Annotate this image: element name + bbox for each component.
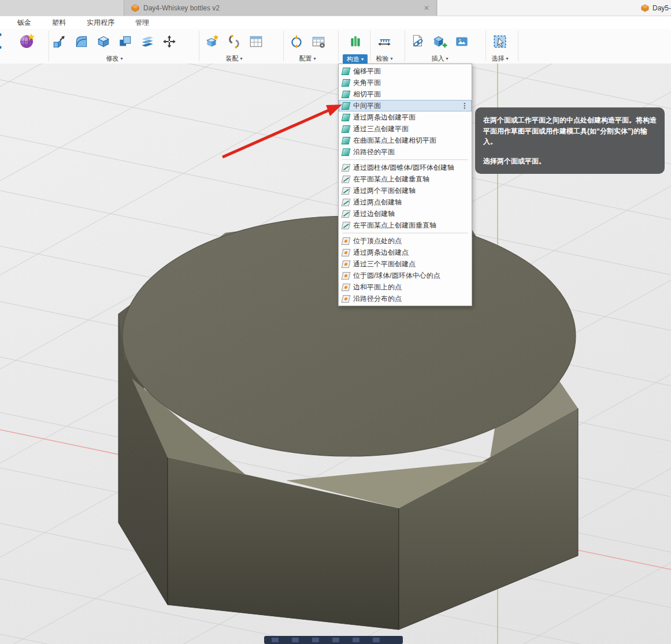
- combine-icon[interactable]: [117, 32, 134, 51]
- chevron-down-icon: ▾: [446, 56, 448, 61]
- menu-item-point-three-planes[interactable]: 通过三个平面创建点: [339, 258, 472, 270]
- menu-item-label: 在平面某点上创建面垂直轴: [353, 221, 436, 230]
- menu-item-label: 相切平面: [353, 90, 381, 99]
- insert-derive-icon[interactable]: [409, 32, 427, 51]
- close-tab-icon[interactable]: ✕: [424, 4, 429, 12]
- offset-plane-icon: [342, 68, 351, 75]
- menu-separator: [342, 233, 468, 233]
- axis-two-planes-icon: [342, 187, 351, 195]
- new-component-icon[interactable]: [203, 32, 221, 51]
- tooltip-instruction: 选择两个面或平面。: [483, 156, 657, 167]
- point-along-path-icon: [342, 295, 351, 303]
- toolbar-dropdown-assemble[interactable]: 装配▾: [225, 54, 242, 63]
- axis-edge-icon: [342, 210, 351, 218]
- point-three-planes-icon: [342, 260, 351, 268]
- chevron-down-icon: ▾: [313, 56, 316, 61]
- menu-item-label: 通过两点创建轴: [353, 198, 402, 207]
- menu-item-offset-plane[interactable]: 偏移平面: [339, 65, 472, 77]
- toolbar-group-construct: 构造▾: [343, 31, 368, 64]
- tab-active-document[interactable]: Day4-Whiskey bottles v2 ✕: [124, 0, 437, 16]
- active-tab-title: Day4-Whiskey bottles v2: [143, 4, 220, 12]
- menu-item-axis-cylinder[interactable]: 通过圆柱体/圆锥体/圆环体创建轴: [339, 162, 472, 173]
- configuration-table-icon[interactable]: [310, 32, 327, 51]
- menu-item-axis-perp-at-point[interactable]: 在平面某点上创建垂直轴: [339, 173, 472, 185]
- more-options-icon[interactable]: ⋮: [461, 102, 468, 110]
- menu-item-tangent-plane[interactable]: 相切平面: [339, 88, 472, 100]
- ribbon-tab-bar: 钣金 塑料 实用程序 管理: [0, 16, 671, 29]
- menu-separator: [342, 159, 468, 160]
- fillet-icon[interactable]: [73, 32, 90, 51]
- insert-mesh-icon[interactable]: [431, 32, 448, 51]
- toolbar-separator: [370, 31, 370, 61]
- shell-icon[interactable]: [95, 32, 112, 51]
- press-pull-icon[interactable]: [51, 32, 68, 51]
- canvas-image-icon[interactable]: [453, 32, 470, 51]
- toolbar-dropdown-construct[interactable]: 构造▾: [343, 54, 368, 64]
- menu-item-plane-three-points[interactable]: 通过三点创建平面: [339, 123, 472, 135]
- ribbon-tab-utilities[interactable]: 实用程序: [87, 18, 114, 28]
- menu-item-axis-two-planes[interactable]: 通过两个平面创建轴: [339, 185, 472, 196]
- toolbar-dropdown-select[interactable]: 选择▾: [491, 54, 508, 63]
- tangent-plane-at-point-icon: [342, 137, 351, 144]
- menu-item-tangent-plane-at-point[interactable]: 在曲面某点上创建相切平面: [339, 135, 472, 146]
- configure-icon[interactable]: [288, 32, 305, 51]
- construct-plane-icon[interactable]: [347, 32, 364, 51]
- toolbar-dropdown-inspect[interactable]: 检验▾: [376, 54, 392, 63]
- select-cursor-icon[interactable]: [491, 32, 509, 51]
- toolbar-separator: [405, 31, 405, 61]
- cropped-tool-icon[interactable]: [0, 32, 10, 50]
- form-sphere-icon[interactable]: [18, 32, 36, 50]
- menu-item-point-center[interactable]: 位于圆/球体/圆环体中心的点: [339, 270, 472, 281]
- tooltip-description: 在两个面或工作平面之间的中点处创建构造平面。将构造平面用作草图平面或用作建模工具…: [483, 115, 657, 147]
- menu-item-point-edge-plane[interactable]: 边和平面上的点: [339, 281, 472, 293]
- menu-item-label: 偏移平面: [353, 66, 381, 76]
- menu-item-plane-two-edges[interactable]: 通过两条边创建平面: [339, 111, 472, 123]
- menu-item-plane-at-angle[interactable]: 夹角平面: [339, 77, 472, 88]
- document-icon: [131, 4, 139, 12]
- tab-next-document[interactable]: Day5-: [438, 0, 671, 16]
- toolbar-dropdown-modify[interactable]: 修改▾: [106, 54, 123, 63]
- navigation-bar[interactable]: [264, 636, 403, 644]
- axis-two-points-icon: [342, 199, 351, 206]
- ribbon-tab-plastic[interactable]: 塑料: [52, 18, 66, 28]
- point-vertex-icon: [342, 237, 351, 245]
- menu-item-label: 通过边创建轴: [353, 209, 395, 219]
- menu-item-axis-two-points[interactable]: 通过两点创建轴: [339, 196, 472, 208]
- bom-table-icon[interactable]: [247, 32, 265, 51]
- joint-icon[interactable]: [225, 32, 243, 51]
- document-tabbar: Day4-Whiskey bottles v2 ✕ Day5-: [0, 0, 671, 17]
- menu-item-plane-along-path[interactable]: 沿路径的平面: [339, 146, 472, 158]
- plane-at-angle-icon: [342, 79, 351, 87]
- ribbon-tab-sheetmetal[interactable]: 钣金: [17, 18, 31, 28]
- menu-item-label: 在平面某点上创建垂直轴: [353, 174, 429, 184]
- next-tab-title: Day5-: [653, 4, 671, 12]
- menu-item-label: 沿路径的平面: [353, 147, 395, 157]
- move-icon[interactable]: [161, 32, 178, 51]
- menu-item-axis-face-normal[interactable]: 在平面某点上创建面垂直轴: [339, 219, 472, 231]
- axis-perp-at-point-icon: [342, 176, 351, 183]
- ribbon-tab-manage[interactable]: 管理: [135, 18, 149, 28]
- menu-item-axis-edge[interactable]: 通过边创建轴: [339, 208, 472, 219]
- toolbar-dropdown-insert[interactable]: 插入▾: [431, 54, 448, 63]
- toolbar-group-inspect: 检验▾: [376, 31, 393, 63]
- plane-two-edges-icon: [342, 114, 351, 121]
- menu-item-point-vertex[interactable]: 位于顶点处的点: [339, 235, 472, 247]
- toolbar-separator: [485, 31, 486, 61]
- menu-item-label: 通过圆柱体/圆锥体/圆环体创建轴: [353, 163, 454, 173]
- menu-item-label: 夹角平面: [353, 78, 381, 88]
- toolbar-group-select: 选择▾: [491, 31, 509, 63]
- menu-item-point-along-path[interactable]: 沿路径分布的点: [339, 293, 472, 304]
- measure-icon[interactable]: [376, 32, 393, 51]
- point-edge-plane-icon: [342, 284, 351, 291]
- chevron-down-icon: ▾: [390, 56, 392, 61]
- toolbar-dropdown-configure[interactable]: 配置▾: [299, 54, 316, 63]
- menu-item-label: 通过两条边创建平面: [353, 113, 416, 122]
- menu-item-point-two-edges[interactable]: 通过两条边创建点: [339, 247, 472, 258]
- menu-item-midplane[interactable]: 中间平面⋮: [339, 100, 472, 111]
- toolbar-separator: [338, 31, 339, 61]
- axis-cylinder-icon: [342, 164, 351, 172]
- split-body-icon[interactable]: [139, 32, 156, 51]
- toolbar-group-configure: 配置▾: [288, 31, 327, 63]
- midplane-tooltip: 在两个面或工作平面之间的中点处创建构造平面。将构造平面用作草图平面或用作建模工具…: [475, 107, 665, 174]
- toolbar-separator: [199, 31, 199, 61]
